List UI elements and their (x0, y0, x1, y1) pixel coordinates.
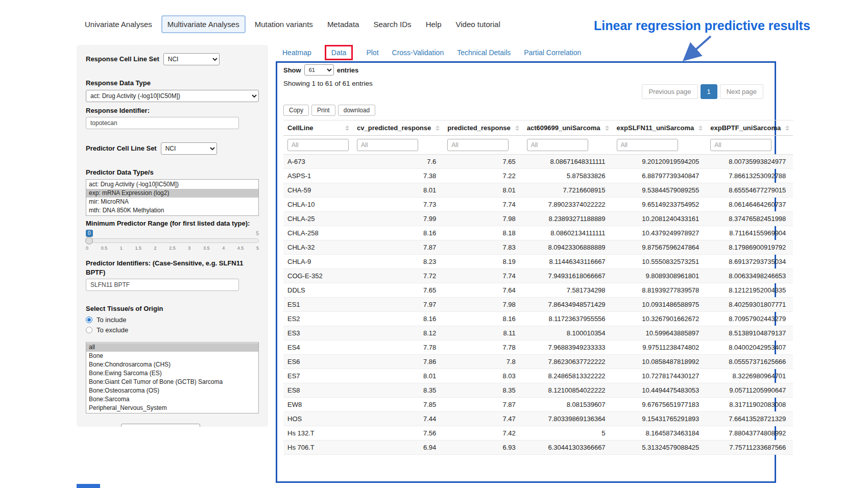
table-cell: 8.00735993824977 (706, 155, 793, 169)
table-cell: 7.94931618066667 (523, 269, 613, 283)
table-cell: CHA-59 (283, 183, 353, 198)
predictor-option-mir-microrna[interactable]: mir: MicroRNA (86, 198, 258, 206)
main-tabs: HeatmapDataPlotCross-ValidationTechnical… (282, 44, 581, 61)
filter-input-cv-predicted-response[interactable] (357, 139, 418, 151)
table-cell: 8.18 (443, 226, 523, 240)
column-header-expslfn11-unisarcoma[interactable]: expSLFN11_uniSarcoma (613, 120, 707, 136)
sort-desc-icon (515, 129, 519, 131)
column-header-expbptf-unisarcoma[interactable]: expBPTF_uniSarcoma (706, 120, 793, 136)
tab-data[interactable]: Data (325, 45, 353, 60)
table-cell: 8.12121952004335 (706, 283, 793, 298)
filter-input-act609699-unisarcoma[interactable] (527, 139, 588, 151)
previous-page-button[interactable]: Previous page (642, 84, 697, 99)
slider-track[interactable] (86, 238, 259, 243)
min-predictor-range-slider[interactable]: 0 5 00.511.522.533.544.55 (86, 230, 259, 251)
nav-item-metadata[interactable]: Metadata (322, 16, 365, 32)
nav-item-multivariate-analyses[interactable]: Multivariate Analyses (161, 15, 246, 33)
tab-cross-validation[interactable]: Cross-Validation (392, 48, 444, 57)
filter-input-predicted-response[interactable] (447, 139, 509, 151)
table-row: A-6737.67.658.086716483111119.2012091959… (283, 155, 793, 169)
table-row: ES38.128.118.10001035410.5996438858978.5… (283, 326, 793, 340)
next-page-button[interactable]: Next page (720, 84, 763, 99)
nav-item-mutation-variants[interactable]: Mutation variants (250, 16, 318, 32)
table-cell: 8.23 (353, 255, 443, 269)
filter-input-expslfn11-unisarcoma[interactable] (617, 139, 678, 151)
predictor-identifiers-input[interactable] (86, 279, 239, 291)
slider-handle[interactable] (85, 237, 93, 245)
table-cell: 6.88797739340847 (613, 169, 707, 183)
table-cell: 8.69137293735034 (706, 255, 793, 269)
table-cell: 7.83 (443, 240, 523, 255)
table-cell: CHLA-10 (283, 198, 353, 212)
nav-item-search-ids[interactable]: Search IDs (368, 16, 416, 32)
tab-technical-details[interactable]: Technical Details (457, 48, 511, 57)
table-filter-row (283, 136, 793, 155)
table-cell: 8.05557371625666 (706, 355, 793, 369)
tissue-option-bone[interactable]: Bone (86, 352, 258, 360)
table-cell: 8.40259301807771 (706, 298, 793, 312)
slider-tick: 3 (188, 246, 190, 251)
nav-item-univariate-analyses[interactable]: Univariate Analyses (80, 16, 157, 32)
table-cell: 7.99 (353, 212, 443, 226)
tissue-option-peripheral-nervous-system[interactable]: Peripheral_Nervous_System (86, 404, 258, 412)
download-button[interactable]: download (338, 105, 375, 116)
tissue-listbox[interactable]: allBoneBone:Chondrosarcoma (CHS)Bone:Ewi… (86, 342, 259, 413)
table-cell: 9.53844579089255 (613, 183, 707, 198)
nav-item-help[interactable]: Help (421, 16, 447, 32)
response-data-type-select[interactable]: act: Drug Activity (-log10[IC50M]) (86, 90, 259, 102)
table-cell: 7.78 (353, 340, 443, 355)
table-cell: 8.04002042953407 (706, 340, 793, 355)
predictor-cell-line-set-select[interactable]: NCI (161, 142, 217, 155)
algorithm-select[interactable]: Linear Regression (121, 424, 200, 427)
nav-item-video-tutorial[interactable]: Video tutorial (450, 16, 505, 32)
column-header-act609699-unisarcoma[interactable]: act609699_uniSarcoma (523, 120, 613, 136)
predictor-option-exp-mrna-expression-log2[interactable]: exp: mRNA Expression (log2) (86, 189, 258, 198)
page-number-button[interactable]: 1 (701, 84, 717, 99)
table-row: ES88.358.358.1210085402222210.4494475483… (283, 383, 793, 398)
tissue-option-bone-sarcoma[interactable]: Bone:Sarcoma (86, 395, 258, 404)
tissue-radio-group: To includeTo exclude (86, 316, 259, 334)
radio-label: To include (97, 316, 127, 324)
filter-input-cellline[interactable] (287, 139, 349, 151)
table-cell: 7.73 (353, 198, 443, 212)
table-cell: 7.87 (443, 398, 523, 412)
predictor-option-act-drug-activity-log10-ic50m[interactable]: act: Drug Activity (-log10[IC50M]) (86, 180, 258, 189)
response-identifier-input[interactable] (86, 117, 239, 129)
table-cell: 7.88043774808992 (706, 426, 793, 441)
table-cell: 8.70957902443279 (706, 312, 793, 326)
column-label: cv_predicted_response (357, 124, 431, 132)
table-cell: 8.01 (353, 369, 443, 383)
tissue-option-bone-giant-cell-tumor-of-bone-gctb-sarcoma[interactable]: Bone:Giant Cell Tumor of Bone (GCTB) Sar… (86, 378, 258, 386)
filter-input-expbptf-unisarcoma[interactable] (710, 139, 771, 151)
tissue-option-bone-osteosarcoma-os[interactable]: Bone:Osteosarcoma (OS) (86, 386, 258, 395)
results-panel: Show 61 entries Showing 1 to 61 of 61 en… (276, 61, 776, 483)
tissue-option-bone-ewing-sarcoma-es[interactable]: Bone:Ewing Sarcoma (ES) (86, 369, 258, 378)
table-cell: 9.67675651977183 (613, 398, 707, 412)
column-header-cellline[interactable]: CellLine (283, 120, 353, 136)
tab-plot[interactable]: Plot (366, 48, 378, 57)
print-button[interactable]: Print (311, 105, 335, 116)
entries-count-select[interactable]: 61 (304, 64, 334, 76)
tissue-option-bone-chondrosarcoma-chs[interactable]: Bone:Chondrosarcoma (CHS) (86, 360, 258, 369)
table-cell: 7.44 (353, 412, 443, 426)
column-header-predicted-response[interactable]: predicted_response (443, 120, 523, 136)
predictor-option-mth-dna-850k-methylation[interactable]: mth: DNA 850K Methylation (86, 206, 258, 215)
table-cell: 5.31324579088425 (613, 441, 707, 455)
tab-heatmap[interactable]: Heatmap (282, 48, 311, 57)
table-cell: 7.98 (443, 298, 523, 312)
table-cell: ES4 (283, 340, 353, 355)
response-identifier-label: Response Identifier: (86, 106, 259, 115)
table-cell: 8.35 (353, 383, 443, 398)
tab-partial-correlation[interactable]: Partial Correlation (524, 48, 581, 57)
predictor-data-type-listbox[interactable]: act: Drug Activity (-log10[IC50M])exp: m… (86, 179, 259, 216)
response-cell-line-set-select[interactable]: NCI (163, 53, 220, 65)
column-label: expBPTF_uniSarcoma (710, 124, 781, 132)
tissue-radio-to-exclude[interactable]: To exclude (86, 326, 259, 334)
algorithm-label: Algorithm (86, 425, 117, 427)
table-cell: 8.081539607 (523, 398, 613, 412)
column-header-cv-predicted-response[interactable]: cv_predicted_response (353, 120, 443, 136)
copy-button[interactable]: Copy (283, 105, 309, 116)
min-predictor-range-label: Minimum Predictor Range (for first liste… (86, 219, 259, 228)
tissue-option-all[interactable]: all (86, 343, 258, 352)
tissue-radio-to-include[interactable]: To include (86, 316, 259, 324)
